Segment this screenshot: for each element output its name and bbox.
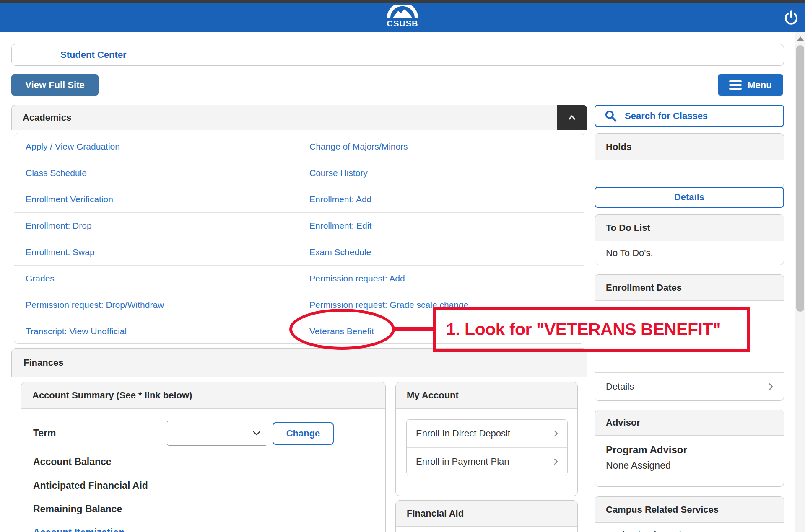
table-row: Enrollment Verification Enrollment: Add [14,186,584,212]
sign-out-button[interactable] [782,9,800,27]
link-grades[interactable]: Grades [26,274,55,284]
textbook-information-item[interactable]: Textbook Information [595,523,784,532]
holds-title: Holds [606,142,631,152]
account-summary-card: Account Summary (See * link below) Term … [21,382,386,532]
enroll-direct-deposit-item[interactable]: Enroll In Direct Deposit [407,420,567,447]
logo-text: CSUSB [385,19,420,28]
table-row: Class Schedule Course History [14,160,584,186]
table-row: Enrollment: Drop Enrollment: Edit [14,212,584,239]
hamburger-icon [729,80,742,90]
advisor-header: Advisor [595,410,784,436]
link-permission-request-grade-scale-change[interactable]: Permission request: Grade scale change [309,300,468,310]
enrollment-dates-header: Enrollment Dates [595,275,784,301]
link-apply-view-graduation[interactable]: Apply / View Graduation [26,142,120,152]
financial-aid-header: Financial Aid [396,501,577,527]
holds-details-button[interactable]: Details [595,187,784,208]
link-veterans-benefit[interactable]: Veterans Benefit [309,326,374,336]
academics-section-header: Academics [11,105,587,130]
scrollbar-thumb[interactable] [796,45,804,312]
table-row: Transcript: View Unofficial Veterans Ben… [14,318,584,344]
advisor-card: Advisor Program Advisor None Assigned [595,410,784,487]
todo-list-card: To Do List No To Do's. [595,214,784,265]
page-title-bar: Student Center [11,44,784,66]
mountain-arch-icon [385,5,420,18]
enroll-payment-plan-label: Enroll in Payment Plan [416,456,509,467]
financial-aid-title: Financial Aid [407,508,464,519]
advisor-title: Advisor [606,417,640,428]
my-account-list: Enroll In Direct Deposit Enroll in Payme… [406,419,568,475]
enroll-direct-deposit-label: Enroll In Direct Deposit [416,428,510,439]
term-label: Term [33,428,56,439]
chevron-right-icon [551,457,561,466]
todo-empty-text: No To Do's. [595,241,784,265]
power-icon [783,10,799,26]
change-term-button[interactable]: Change [273,422,334,445]
table-row: Enrollment: Swap Exam Schedule [14,239,584,265]
link-course-history[interactable]: Course History [309,168,368,178]
todo-list-header: To Do List [595,215,784,241]
link-permission-request-drop-withdraw[interactable]: Permission request: Drop/Withdraw [26,300,164,310]
link-enrollment-add[interactable]: Enrollment: Add [309,194,371,204]
enrollment-dates-card: Enrollment Dates Details [595,274,784,401]
csusb-logo: CSUSB [385,5,420,28]
link-change-of-majors-minors[interactable]: Change of Majors/Minors [309,142,408,152]
chevron-right-icon [551,429,561,438]
account-summary-title: Account Summary (See * link below) [32,390,192,401]
search-for-classes-button[interactable]: Search for Classes [595,105,784,127]
search-for-classes-label: Search for Classes [625,111,708,121]
table-row: Apply / View Graduation Change of Majors… [14,133,584,160]
anticipated-financial-aid-label: Anticipated Financial Aid [33,480,148,491]
chevron-down-icon [253,431,260,436]
chevron-right-icon [766,382,776,392]
table-row: Permission request: Drop/Withdraw Permis… [14,292,584,318]
todo-list-title: To Do List [606,222,650,233]
academics-title: Academics [23,112,71,123]
finances-title: Finances [23,357,63,368]
my-account-card: My Account Enroll In Direct Deposit Enro… [395,382,578,496]
account-summary-header: Account Summary (See * link below) [21,382,385,409]
search-icon [605,110,617,122]
page-title[interactable]: Student Center [60,49,127,60]
campus-related-services-title: Campus Related Services [606,504,719,515]
link-class-schedule[interactable]: Class Schedule [26,168,87,178]
remaining-balance-label: Remaining Balance [33,504,122,515]
academics-links-table: Apply / View Graduation Change of Majors… [14,133,584,344]
term-select[interactable] [167,421,267,446]
menu-button[interactable]: Menu [718,74,783,96]
academics-collapse-button[interactable] [557,105,587,130]
holds-header: Holds [595,134,784,160]
link-enrollment-verification[interactable]: Enrollment Verification [26,194,113,204]
view-full-site-button[interactable]: View Full Site [11,74,99,96]
enrollment-dates-details-row[interactable]: Details [595,372,784,400]
vertical-scrollbar [795,32,805,532]
menu-button-label: Menu [748,80,771,90]
window-top-strip [0,0,805,3]
link-enrollment-drop[interactable]: Enrollment: Drop [26,221,92,231]
link-enrollment-swap[interactable]: Enrollment: Swap [26,247,95,257]
program-advisor-label: Program Advisor [606,444,773,456]
app-header-bar: CSUSB [0,3,805,32]
link-exam-schedule[interactable]: Exam Schedule [309,247,371,257]
finances-section-header: Finances [11,348,587,377]
my-account-header: My Account [396,382,577,409]
advisor-body: Program Advisor None Assigned [595,436,784,471]
chevron-up-icon [566,112,577,123]
enrollment-dates-details-label: Details [606,381,634,392]
account-itemization-link[interactable]: Account Itemization [33,527,125,532]
campus-related-services-card: Campus Related Services Textbook Informa… [595,496,784,532]
enroll-payment-plan-item[interactable]: Enroll in Payment Plan [407,447,567,475]
link-permission-request-add[interactable]: Permission request: Add [309,274,405,284]
table-row: Grades Permission request: Add [14,265,584,292]
link-enrollment-edit[interactable]: Enrollment: Edit [309,221,371,231]
link-transcript-view-unofficial[interactable]: Transcript: View Unofficial [26,326,127,336]
holds-card: Holds [595,133,784,188]
scrollbar-up-arrow[interactable] [797,36,804,41]
program-advisor-value: None Assigned [606,460,773,471]
financial-aid-card: Financial Aid [395,500,578,532]
enrollment-dates-title: Enrollment Dates [606,282,682,293]
campus-related-services-header: Campus Related Services [595,497,784,523]
my-account-title: My Account [407,390,459,401]
account-balance-label: Account Balance [33,456,112,467]
